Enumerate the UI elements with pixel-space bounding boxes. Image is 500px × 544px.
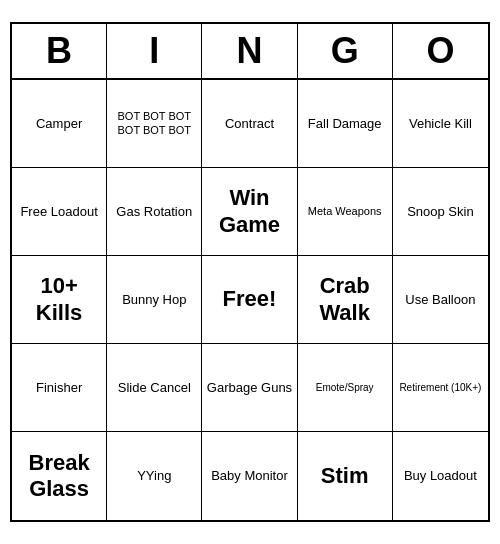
- bingo-cell: Stim: [298, 432, 393, 520]
- bingo-cell: Camper: [12, 80, 107, 168]
- bingo-letter: B: [12, 24, 107, 78]
- bingo-cell: Slide Cancel: [107, 344, 202, 432]
- bingo-cell: 10+ Kills: [12, 256, 107, 344]
- bingo-cell: Break Glass: [12, 432, 107, 520]
- bingo-cell: Garbage Guns: [202, 344, 297, 432]
- bingo-cell: Vehicle Kill: [393, 80, 488, 168]
- bingo-cell: Gas Rotation: [107, 168, 202, 256]
- bingo-cell: Crab Walk: [298, 256, 393, 344]
- bingo-cell: Fall Damage: [298, 80, 393, 168]
- bingo-cell: Buy Loadout: [393, 432, 488, 520]
- bingo-cell: Win Game: [202, 168, 297, 256]
- bingo-cell: Emote/Spray: [298, 344, 393, 432]
- bingo-cell: Meta Weapons: [298, 168, 393, 256]
- bingo-grid: CamperBOT BOT BOT BOT BOT BOTContractFal…: [12, 80, 488, 520]
- bingo-letter: N: [202, 24, 297, 78]
- bingo-cell: BOT BOT BOT BOT BOT BOT: [107, 80, 202, 168]
- bingo-cell: Contract: [202, 80, 297, 168]
- bingo-cell: Snoop Skin: [393, 168, 488, 256]
- bingo-header: BINGO: [12, 24, 488, 80]
- bingo-cell: Bunny Hop: [107, 256, 202, 344]
- bingo-cell: Free!: [202, 256, 297, 344]
- bingo-cell: Free Loadout: [12, 168, 107, 256]
- bingo-cell: Finisher: [12, 344, 107, 432]
- bingo-cell: Retirement (10K+): [393, 344, 488, 432]
- bingo-letter: O: [393, 24, 488, 78]
- bingo-cell: Baby Monitor: [202, 432, 297, 520]
- bingo-cell: YYing: [107, 432, 202, 520]
- bingo-cell: Use Balloon: [393, 256, 488, 344]
- bingo-letter: G: [298, 24, 393, 78]
- bingo-letter: I: [107, 24, 202, 78]
- bingo-card: BINGO CamperBOT BOT BOT BOT BOT BOTContr…: [10, 22, 490, 522]
